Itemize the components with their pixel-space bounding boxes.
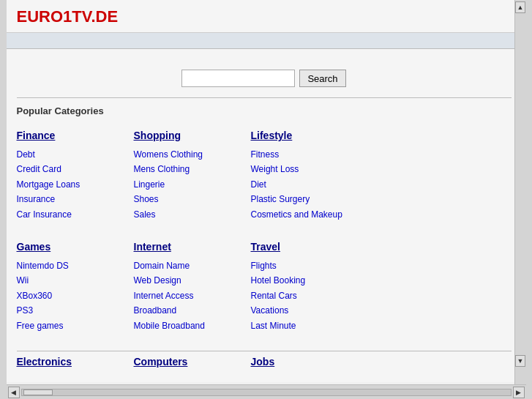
link-mobile-broadband[interactable]: Mobile Broadband [134,318,251,333]
link-mens-clothing[interactable]: Mens Clothing [134,162,251,176]
link-free-games[interactable]: Free games [17,318,134,333]
scrollbar-up-button[interactable]: ▲ [515,1,525,13]
bottom-categories: Electronics Computers Jobs [17,351,512,368]
bottom-cat-title-electronics: Electronics [17,356,72,368]
link-credit-card[interactable]: Credit Card [17,162,134,176]
link-nintendo-ds[interactable]: Nintemdo DS [17,258,134,273]
bottom-cat-title-jobs: Jobs [251,356,275,368]
category-title-finance: Finance [17,130,134,141]
link-last-minute[interactable]: Last Minute [251,318,412,333]
divider [17,97,512,98]
search-input[interactable] [181,70,295,87]
link-debt[interactable]: Debt [17,147,134,162]
link-womens-clothing[interactable]: Womens Clothing [134,147,251,162]
category-title-internet: Internet [134,241,251,253]
link-internet-access[interactable]: Internet Access [134,288,251,303]
link-diet[interactable]: Diet [251,177,412,192]
scroll-right-button[interactable]: ▶ [513,387,525,398]
category-block-travel: Travel Flights Hotel Booking Rental Cars… [251,236,412,348]
category-block-games: Games Nintemdo DS Wii XBox360 PS3 Free g… [17,236,134,348]
search-button[interactable]: Search [299,70,345,87]
category-title-travel: Travel [251,241,412,253]
link-xbox360[interactable]: XBox360 [17,288,134,303]
bottom-cat-electronics: Electronics [17,356,134,368]
link-lingerie[interactable]: Lingerie [134,177,251,192]
category-block-internet: Internet Domain Name Web Design Internet… [134,236,251,348]
category-block-lifestyle: Lifestyle Fitness Weight Loss Diet Plast… [251,125,412,236]
link-mortgage-loans[interactable]: Mortgage Loans [17,177,134,192]
link-ps3[interactable]: PS3 [17,303,134,318]
scroll-left-button[interactable]: ◀ [8,387,20,398]
bottom-cat-jobs: Jobs [251,356,412,368]
link-wii[interactable]: Wii [17,273,134,288]
link-car-insurance[interactable]: Car Insurance [17,207,134,222]
scrollbar-right[interactable]: ▲ ▼ [514,0,526,399]
bottom-cat-computers: Computers [134,356,251,368]
site-title: EURO1TV.DE [17,7,119,26]
popular-categories-label: Popular Categories [17,105,512,116]
bottom-cat-title-computers: Computers [134,356,188,368]
link-flights[interactable]: Flights [251,258,412,273]
bottom-scrollbar-bar: ◀ ▶ [7,384,526,399]
category-block-shopping: Shopping Womens Clothing Mens Clothing L… [134,125,251,236]
link-hotel-booking[interactable]: Hotel Booking [251,273,412,288]
link-domain-name[interactable]: Domain Name [134,258,251,273]
link-weight-loss[interactable]: Weight Loss [251,162,412,176]
search-area: Search [17,56,512,97]
content: Search Popular Categories Finance Debt C… [7,49,526,382]
link-fitness[interactable]: Fitness [251,147,412,162]
link-vacations[interactable]: Vacations [251,303,412,318]
category-title-lifestyle: Lifestyle [251,130,412,141]
category-title-shopping: Shopping [134,130,251,141]
categories-grid: Finance Debt Credit Card Mortgage Loans … [17,125,512,348]
link-web-design[interactable]: Web Design [134,273,251,288]
link-sales[interactable]: Sales [134,207,251,222]
link-cosmetics-makeup[interactable]: Cosmetics and Makeup [251,207,412,222]
link-rental-cars[interactable]: Rental Cars [251,288,412,303]
bottom-scrollbar-track [21,389,512,396]
nav-bar [7,33,526,49]
scrollbar-thumb [23,389,53,395]
link-plastic-surgery[interactable]: Plastic Surgery [251,192,412,206]
header: EURO1TV.DE [7,0,526,33]
category-title-games: Games [17,241,134,253]
link-insurance[interactable]: Insurance [17,192,134,206]
link-shoes[interactable]: Shoes [134,192,251,206]
link-broadband[interactable]: Broadband [134,303,251,318]
category-block-finance: Finance Debt Credit Card Mortgage Loans … [17,125,134,236]
scrollbar-down-button[interactable]: ▼ [515,355,525,367]
